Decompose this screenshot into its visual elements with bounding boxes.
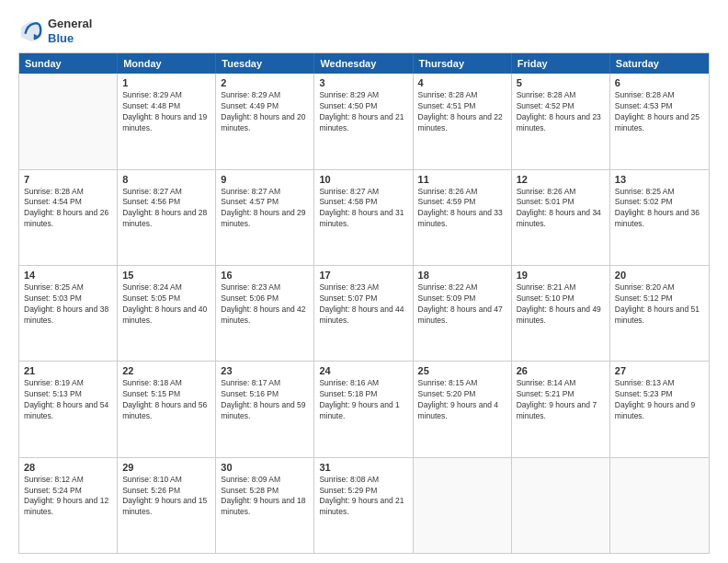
calendar-body: 1Sunrise: 8:29 AMSunset: 4:48 PMDaylight… [19, 74, 709, 553]
day-info: Sunrise: 8:17 AMSunset: 5:16 PMDaylight:… [221, 378, 309, 422]
day-number: 8 [122, 174, 210, 185]
day-number: 26 [517, 365, 605, 376]
day-info: Sunrise: 8:10 AMSunset: 5:26 PMDaylight:… [122, 475, 210, 519]
calendar-header: SundayMondayTuesdayWednesdayThursdayFrid… [19, 53, 709, 74]
day-info: Sunrise: 8:14 AMSunset: 5:21 PMDaylight:… [517, 378, 605, 422]
day-number: 29 [122, 462, 210, 473]
day-cell-15: 15Sunrise: 8:24 AMSunset: 5:05 PMDayligh… [118, 266, 216, 361]
day-info: Sunrise: 8:21 AMSunset: 5:10 PMDaylight:… [517, 282, 605, 327]
day-info: Sunrise: 8:28 AMSunset: 4:54 PMDaylight:… [24, 187, 112, 231]
empty-cell [610, 458, 709, 553]
day-number: 18 [418, 270, 506, 281]
day-cell-2: 2Sunrise: 8:29 AMSunset: 4:49 PMDaylight… [216, 74, 314, 168]
calendar: SundayMondayTuesdayWednesdayThursdayFrid… [18, 52, 710, 554]
day-cell-4: 4Sunrise: 8:28 AMSunset: 4:51 PMDaylight… [414, 74, 512, 168]
day-cell-17: 17Sunrise: 8:23 AMSunset: 5:07 PMDayligh… [314, 266, 413, 361]
week-row-5: 28Sunrise: 8:12 AMSunset: 5:24 PMDayligh… [19, 457, 709, 553]
day-cell-14: 14Sunrise: 8:25 AMSunset: 5:03 PMDayligh… [19, 266, 118, 361]
day-info: Sunrise: 8:12 AMSunset: 5:24 PMDaylight:… [24, 475, 112, 519]
day-info: Sunrise: 8:28 AMSunset: 4:53 PMDaylight:… [615, 90, 704, 134]
day-cell-19: 19Sunrise: 8:21 AMSunset: 5:10 PMDayligh… [512, 266, 610, 361]
day-number: 30 [221, 462, 309, 473]
day-number: 10 [319, 174, 407, 185]
day-info: Sunrise: 8:16 AMSunset: 5:18 PMDaylight:… [319, 378, 407, 422]
day-number: 13 [615, 174, 704, 185]
logo-icon [18, 18, 44, 44]
day-number: 16 [221, 270, 309, 281]
day-cell-18: 18Sunrise: 8:22 AMSunset: 5:09 PMDayligh… [414, 266, 512, 361]
day-cell-16: 16Sunrise: 8:23 AMSunset: 5:06 PMDayligh… [216, 266, 314, 361]
week-row-3: 14Sunrise: 8:25 AMSunset: 5:03 PMDayligh… [19, 265, 709, 361]
day-number: 28 [24, 462, 112, 473]
day-cell-6: 6Sunrise: 8:28 AMSunset: 4:53 PMDaylight… [610, 74, 709, 168]
day-number: 23 [221, 365, 309, 376]
day-header-thursday: Thursday [414, 53, 512, 74]
day-info: Sunrise: 8:23 AMSunset: 5:06 PMDaylight:… [221, 282, 309, 327]
day-number: 4 [418, 77, 506, 88]
day-header-sunday: Sunday [19, 53, 118, 74]
day-info: Sunrise: 8:27 AMSunset: 4:58 PMDaylight:… [319, 187, 407, 231]
day-info: Sunrise: 8:13 AMSunset: 5:23 PMDaylight:… [615, 378, 704, 422]
day-number: 19 [517, 270, 605, 281]
day-info: Sunrise: 8:29 AMSunset: 4:49 PMDaylight:… [221, 90, 309, 134]
day-info: Sunrise: 8:26 AMSunset: 4:59 PMDaylight:… [418, 187, 506, 231]
day-info: Sunrise: 8:08 AMSunset: 5:29 PMDaylight:… [319, 475, 407, 519]
day-cell-25: 25Sunrise: 8:15 AMSunset: 5:20 PMDayligh… [414, 362, 512, 456]
day-number: 15 [122, 270, 210, 281]
day-number: 22 [122, 365, 210, 376]
day-cell-9: 9Sunrise: 8:27 AMSunset: 4:57 PMDaylight… [216, 170, 314, 265]
day-cell-29: 29Sunrise: 8:10 AMSunset: 5:26 PMDayligh… [118, 458, 216, 553]
day-number: 17 [319, 270, 407, 281]
empty-cell [414, 458, 512, 553]
day-header-wednesday: Wednesday [314, 53, 413, 74]
day-info: Sunrise: 8:28 AMSunset: 4:52 PMDaylight:… [517, 90, 605, 134]
week-row-2: 7Sunrise: 8:28 AMSunset: 4:54 PMDaylight… [19, 169, 709, 265]
day-header-saturday: Saturday [610, 53, 709, 74]
day-number: 14 [24, 270, 112, 281]
day-number: 1 [122, 77, 210, 88]
day-info: Sunrise: 8:27 AMSunset: 4:57 PMDaylight:… [221, 187, 309, 231]
day-number: 9 [221, 174, 309, 185]
day-cell-21: 21Sunrise: 8:19 AMSunset: 5:13 PMDayligh… [19, 362, 118, 456]
day-info: Sunrise: 8:09 AMSunset: 5:28 PMDaylight:… [221, 475, 309, 519]
day-header-monday: Monday [118, 53, 216, 74]
day-info: Sunrise: 8:25 AMSunset: 5:02 PMDaylight:… [615, 187, 704, 231]
logo: General Blue [18, 17, 92, 45]
day-cell-26: 26Sunrise: 8:14 AMSunset: 5:21 PMDayligh… [512, 362, 610, 456]
week-row-4: 21Sunrise: 8:19 AMSunset: 5:13 PMDayligh… [19, 361, 709, 456]
week-row-1: 1Sunrise: 8:29 AMSunset: 4:48 PMDaylight… [19, 74, 709, 168]
day-cell-13: 13Sunrise: 8:25 AMSunset: 5:02 PMDayligh… [610, 170, 709, 265]
day-cell-8: 8Sunrise: 8:27 AMSunset: 4:56 PMDaylight… [118, 170, 216, 265]
day-cell-5: 5Sunrise: 8:28 AMSunset: 4:52 PMDaylight… [512, 74, 610, 168]
day-number: 12 [517, 174, 605, 185]
day-number: 2 [221, 77, 309, 88]
day-number: 5 [517, 77, 605, 88]
day-header-tuesday: Tuesday [216, 53, 314, 74]
day-cell-11: 11Sunrise: 8:26 AMSunset: 4:59 PMDayligh… [414, 170, 512, 265]
day-info: Sunrise: 8:29 AMSunset: 4:50 PMDaylight:… [319, 90, 407, 134]
day-info: Sunrise: 8:20 AMSunset: 5:12 PMDaylight:… [615, 282, 704, 327]
day-cell-23: 23Sunrise: 8:17 AMSunset: 5:16 PMDayligh… [216, 362, 314, 456]
day-number: 21 [24, 365, 112, 376]
day-number: 25 [418, 365, 506, 376]
day-info: Sunrise: 8:22 AMSunset: 5:09 PMDaylight:… [418, 282, 506, 327]
day-number: 27 [615, 365, 704, 376]
day-cell-3: 3Sunrise: 8:29 AMSunset: 4:50 PMDaylight… [314, 74, 413, 168]
day-info: Sunrise: 8:23 AMSunset: 5:07 PMDaylight:… [319, 282, 407, 327]
day-info: Sunrise: 8:29 AMSunset: 4:48 PMDaylight:… [122, 90, 210, 134]
day-cell-20: 20Sunrise: 8:20 AMSunset: 5:12 PMDayligh… [610, 266, 709, 361]
logo-blue: Blue [48, 31, 92, 46]
day-cell-28: 28Sunrise: 8:12 AMSunset: 5:24 PMDayligh… [19, 458, 118, 553]
day-cell-24: 24Sunrise: 8:16 AMSunset: 5:18 PMDayligh… [314, 362, 413, 456]
day-number: 11 [418, 174, 506, 185]
day-cell-27: 27Sunrise: 8:13 AMSunset: 5:23 PMDayligh… [610, 362, 709, 456]
page: General Blue SundayMondayTuesdayWednesda… [0, 0, 728, 563]
day-cell-12: 12Sunrise: 8:26 AMSunset: 5:01 PMDayligh… [512, 170, 610, 265]
day-info: Sunrise: 8:28 AMSunset: 4:51 PMDaylight:… [418, 90, 506, 134]
empty-cell [19, 74, 118, 168]
day-number: 24 [319, 365, 407, 376]
day-cell-7: 7Sunrise: 8:28 AMSunset: 4:54 PMDaylight… [19, 170, 118, 265]
day-cell-31: 31Sunrise: 8:08 AMSunset: 5:29 PMDayligh… [314, 458, 413, 553]
day-cell-22: 22Sunrise: 8:18 AMSunset: 5:15 PMDayligh… [118, 362, 216, 456]
day-number: 7 [24, 174, 112, 185]
